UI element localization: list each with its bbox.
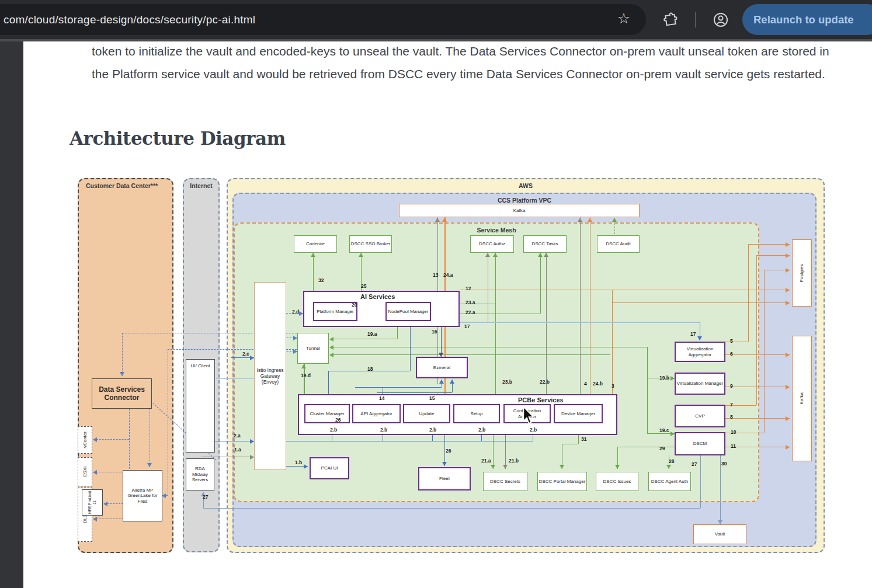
node-label: DSCM [693,441,707,447]
mouse-cursor [521,407,536,425]
screen: { "browser": { "url": "com/cloud/storage… [0,0,872,588]
arrowhead [442,462,447,466]
node-label: DSCC Secrets [490,479,520,485]
node-label: DSCC Issues [603,479,631,485]
arrowhead [538,253,543,257]
edge-number-14: 14 [379,395,384,401]
container-label-internet: Internet [184,182,218,189]
arrowhead [250,439,254,444]
edge-number-23.b: 23.b [502,379,512,385]
connector-line [725,342,748,342]
connector-line [460,290,790,290]
connector-line [756,255,757,405]
connector-line [397,327,398,339]
arrowhead [786,353,790,357]
arrowhead [578,218,582,222]
node-label: DSCC Tasks [531,241,558,247]
connector-line [725,418,790,419]
node-nodepool-manager: NodePool Manager [385,302,431,321]
node-alletra-mp-greenlake: Alletra MP GreenLake for Files [123,470,162,521]
edge-number-10: 10 [731,429,736,435]
bookmark-star-icon[interactable]: ☆ [611,0,637,38]
edge-number-20: 20 [352,302,357,308]
arrowhead [293,349,297,354]
connector-line [540,253,541,314]
node-label: Istio Ingress Gateway (Envoy) [255,367,285,385]
edge-number-2.b: 2.b [429,427,436,433]
arrowhead [435,218,440,222]
connector-line [493,435,494,469]
connector-line [331,347,647,347]
arrowhead [670,376,675,381]
arrowhead [93,517,97,521]
arrowhead [103,502,107,506]
arrowhead [786,268,790,273]
arrowhead [439,353,443,357]
arrowhead [786,301,790,305]
arrowhead [503,465,508,469]
arrowhead [786,445,790,450]
edge-number-2.a: 2.a [234,433,241,439]
connector-line [168,349,168,495]
node-label: Setup [471,411,483,417]
container-label-ccs-platform-vpc: CCS Platform VPC [234,197,815,204]
edge-number-25: 25 [361,283,366,289]
node-rda-midway-servers: RDA Midway Servers [186,458,214,490]
edge-number-22.b: 22.b [540,379,550,385]
connector-line [355,387,442,388]
arrowhead [304,464,308,469]
node-label: Virtualization Aggregator [676,346,724,357]
edge-number-18: 18 [367,366,373,372]
edge-number-6: 6 [730,351,733,357]
edge-number-3: 3 [612,383,614,389]
edge-number-2.d: 2.d [292,309,299,315]
arrowhead [120,372,124,376]
node-label: API Aggregator [360,411,392,417]
edge-number-21.b: 21.b [509,458,519,464]
browser-toolbar: com/cloud/storage-design/docs/security/p… [0,0,872,39]
node-label: DSCC Portal Manager [539,479,586,485]
node-title-ai-services: AI Services [360,293,395,301]
arrowhead [786,242,790,247]
edge-number-16: 16 [432,329,437,335]
container-label-service-mesh: Service Mesh [235,227,758,234]
connector-line [612,290,613,394]
node-title-pcbe-services: PCBe Services [518,396,564,404]
url-bar[interactable]: com/cloud/storage-design/docs/security/p… [0,4,646,35]
node-dscc-issues: DSCC Issues [596,472,638,491]
node-label: UI/ Client [191,363,210,369]
node-label: Update [419,411,435,417]
node-esxi: ESXi [78,457,92,486]
arrowhead [439,380,444,384]
arrowhead [560,465,564,469]
node-dscc-portal-manager: DSCC Portal Manager [537,472,587,491]
node-ezmeral: Ezmeral [416,357,468,378]
arrowhead [329,353,333,357]
edge-number-32: 32 [318,277,324,283]
edge-number-15: 15 [429,395,435,401]
connector-line [725,387,790,387]
arrowhead [718,520,722,524]
edge-number-28: 28 [669,458,674,464]
profile-icon[interactable] [708,0,734,39]
node-kafka: Kafka [792,336,812,461]
connector-line [562,444,578,444]
edge-number-4: 4 [584,381,587,387]
node-label: Postgres [799,264,805,283]
edge-number-27: 27 [692,461,697,467]
arrowhead [93,470,97,475]
arrowhead [301,364,306,368]
arrowhead [311,253,315,257]
edge-number-21.a: 21.a [481,458,491,464]
document-page: token to initialize the vault and encode… [23,41,872,588]
edge-number-26: 26 [335,417,341,423]
node-label: ESXi [82,467,88,477]
relaunch-to-update-button[interactable]: Relaunch to update [742,4,872,35]
edge-number-5: 5 [730,338,733,344]
connector-line [764,270,765,433]
body-paragraph: token to initialize the vault and encode… [92,40,836,85]
edge-number-19.b: 19.b [659,375,669,381]
window-left-edge [0,41,23,588]
connector-line [725,354,790,355]
extensions-puzzle-icon[interactable] [658,0,683,39]
